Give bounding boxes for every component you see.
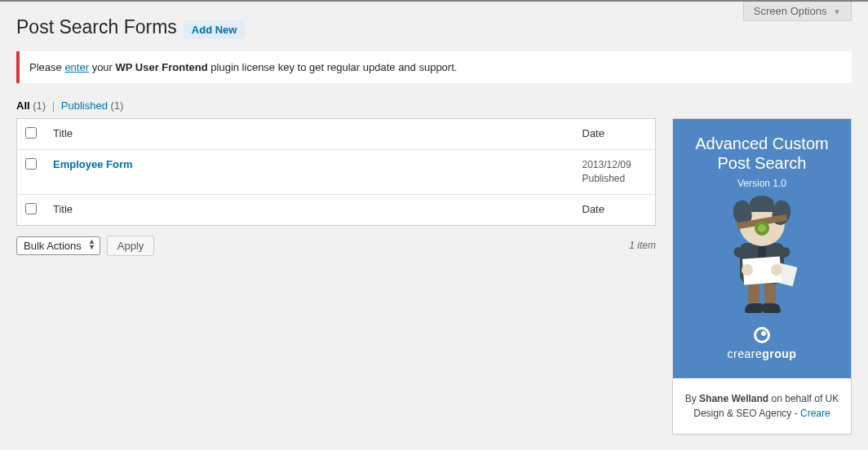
item-count: 1 item [629,240,656,251]
add-new-button[interactable]: Add New [184,20,246,39]
col-title-footer[interactable]: Title [45,194,574,225]
brand-text-bold: group [762,347,796,360]
plugin-credits: By Shane Welland on behalf of UK Design … [673,378,851,434]
notice-prefix: Please [29,61,64,73]
page-title: Post Search Forms [16,16,177,38]
row-title-link[interactable]: Employee Form [53,158,133,170]
agency-link[interactable]: Creare [800,408,830,419]
row-date: 2013/12/09 [582,158,648,172]
select-all-top[interactable] [25,127,37,139]
select-all-bottom[interactable] [25,203,37,214]
col-date-footer[interactable]: Date [574,194,656,225]
screen-options-label: Screen Options [754,5,827,17]
plugin-info-header: Advanced Custom Post Search Version 1.0 [673,119,851,378]
forms-table: Title Date Employee Form 2013/12/09 Publ… [16,118,656,226]
filter-published-count: (1) [111,99,124,112]
bulk-actions-selected: Bulk Actions [24,240,82,252]
filter-published-link[interactable]: Published [61,99,108,112]
plugin-info-card: Advanced Custom Post Search Version 1.0 [672,118,852,435]
author-name: Shane Welland [699,393,768,404]
filter-all-link[interactable]: All [16,99,30,112]
mascot-illustration [709,201,815,319]
product-name-line1: Advanced Custom [681,134,843,153]
apply-button[interactable]: Apply [107,236,155,256]
filter-all-count: (1) [33,99,46,112]
chevron-down-icon: ▼ [833,7,841,16]
enter-license-link[interactable]: enter [64,61,89,73]
product-version: Version 1.0 [681,178,843,189]
notice-mid: your [89,61,116,73]
select-arrows-icon: ▲▼ [88,239,95,250]
notice-suffix: plugin license key to get regular update… [208,61,458,73]
brand-logo: crearegroup [681,327,843,360]
page-heading: Post Search Forms Add New [16,16,852,39]
row-status: Published [582,172,648,186]
row-checkbox[interactable] [25,158,37,170]
notice-plugin-name: WP User Frontend [116,61,208,73]
table-row: Employee Form 2013/12/09 Published [17,150,656,195]
status-filters: All (1) | Published (1) [16,99,852,112]
product-name-line2: Post Search [681,153,843,173]
col-date-header[interactable]: Date [574,119,656,150]
brand-text-light: creare [728,347,763,360]
col-checkbox-header [17,119,46,150]
license-notice: Please enter your WP User Frontend plugi… [16,51,852,83]
filter-separator: | [52,99,55,112]
by-label: By [685,393,699,404]
col-title-header[interactable]: Title [45,119,574,150]
bulk-actions-select[interactable]: Bulk Actions ▲▼ [16,236,100,255]
brand-ring-icon [754,327,770,343]
screen-options-button[interactable]: Screen Options ▼ [743,2,852,21]
